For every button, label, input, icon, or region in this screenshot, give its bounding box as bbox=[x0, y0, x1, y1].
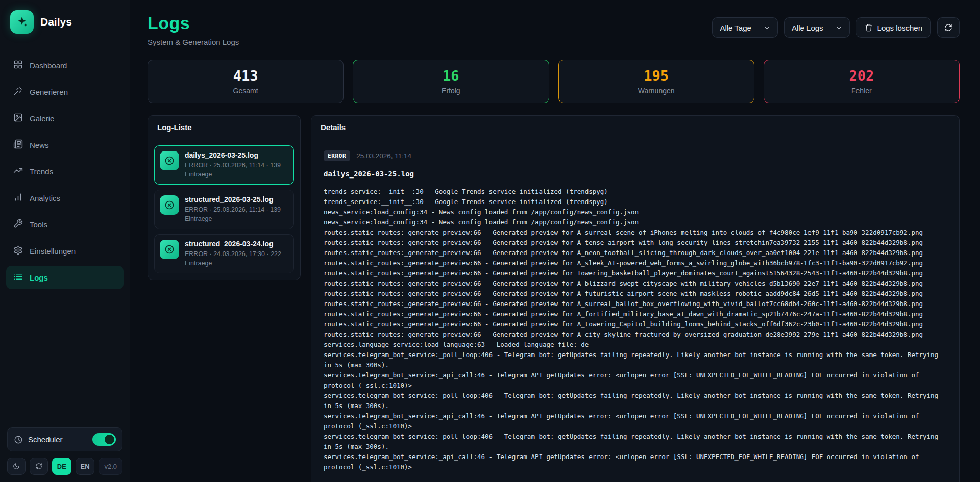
page-title: Logs bbox=[148, 13, 239, 33]
chevron-down-icon bbox=[764, 24, 770, 31]
details-timestamp: 25.03.2026, 11:14 bbox=[356, 152, 411, 160]
sidebar-footer: Scheduler DE EN v2.0 bbox=[0, 420, 130, 482]
stats-row: 413 Gesamt 16 Erfolg 195 Warnungen 202 F… bbox=[148, 60, 960, 103]
days-filter-select[interactable]: Alle Tage bbox=[712, 17, 777, 38]
delete-logs-button[interactable]: Logs löschen bbox=[856, 17, 931, 38]
stat-card-fehler: 202 Fehler bbox=[764, 60, 960, 103]
sidebar-item-label: Generieren bbox=[30, 88, 68, 96]
sidebar-item-generieren[interactable]: Generieren bbox=[6, 80, 124, 104]
stat-value: 413 bbox=[153, 68, 338, 84]
gallery-icon bbox=[13, 113, 23, 124]
app-root: Dailys Dashboard Generieren Galerie bbox=[0, 0, 980, 482]
sidebar-item-galerie[interactable]: Galerie bbox=[6, 107, 124, 130]
stat-value: 195 bbox=[564, 68, 749, 84]
log-list-item-structured-2026-03-24[interactable]: structured_2026-03-24.log ERROR · 24.03.… bbox=[154, 234, 294, 273]
log-line: news_service:load_config:34 - News confi… bbox=[324, 217, 947, 227]
sidebar-item-trends[interactable]: Trends bbox=[6, 160, 124, 183]
stat-card-warnungen: 195 Warnungen bbox=[558, 60, 754, 103]
app-title: Dailys bbox=[40, 16, 72, 28]
version-badge: v2.0 bbox=[99, 458, 122, 475]
header-controls: Alle Tage Alle Logs Logs löschen bbox=[712, 17, 960, 38]
log-line: routes.static_routes:_generate_preview:6… bbox=[324, 248, 947, 258]
log-line: routes.static_routes:_generate_preview:6… bbox=[324, 227, 947, 238]
sidebar-item-tools[interactable]: Tools bbox=[6, 213, 124, 236]
log-line: trends_service:__init__:30 - Google Tren… bbox=[324, 187, 947, 197]
log-list-title: Log-Liste bbox=[148, 116, 300, 139]
sidebar-item-label: Analytics bbox=[30, 194, 60, 202]
log-line: services.telegram_bot_service:_api_call:… bbox=[324, 452, 947, 472]
sidebar-item-label: Dashboard bbox=[30, 61, 67, 70]
logs-filter-select[interactable]: Alle Logs bbox=[784, 17, 850, 38]
log-line: services.telegram_bot_service:_poll_loop… bbox=[324, 391, 947, 411]
refresh-icon bbox=[35, 462, 42, 470]
log-line: routes.static_routes:_generate_preview:6… bbox=[324, 278, 947, 289]
trends-icon bbox=[13, 166, 23, 177]
sidebar-item-logs[interactable]: Logs bbox=[6, 266, 124, 289]
sidebar-item-label: Tools bbox=[30, 220, 47, 229]
brand: Dailys bbox=[0, 0, 130, 44]
content-row: Log-Liste dailys_2026-03-25.log ERROR · … bbox=[148, 115, 960, 482]
days-filter-value: Alle Tage bbox=[720, 23, 751, 32]
log-line: trends_service:__init__:30 - Google Tren… bbox=[324, 197, 947, 207]
circle-x-icon bbox=[160, 240, 179, 259]
sidebar-item-dashboard[interactable]: Dashboard bbox=[6, 54, 124, 77]
stat-value: 16 bbox=[358, 68, 543, 84]
circle-x-icon bbox=[160, 151, 179, 170]
details-title: Details bbox=[311, 116, 959, 139]
lang-en-button[interactable]: EN bbox=[76, 458, 95, 475]
dashboard-icon bbox=[13, 60, 23, 71]
refresh-icon bbox=[944, 23, 952, 32]
log-file-name: structured_2026-03-24.log bbox=[185, 240, 288, 248]
log-list-item-structured-2026-03-25[interactable]: structured_2026-03-25.log ERROR · 25.03.… bbox=[154, 190, 294, 229]
tools-icon bbox=[13, 219, 23, 230]
log-line: services.telegram_bot_service:_api_call:… bbox=[324, 370, 947, 391]
logs-filter-value: Alle Logs bbox=[792, 23, 823, 32]
details-body: ERROR 25.03.2026, 11:14 dailys_2026-03-2… bbox=[311, 139, 959, 482]
log-line: routes.static_routes:_generate_preview:6… bbox=[324, 238, 947, 248]
scheduler-toggle[interactable] bbox=[92, 433, 116, 446]
stat-value: 202 bbox=[769, 68, 954, 84]
toggle-knob bbox=[105, 435, 114, 444]
sidebar-quick-actions: DE EN v2.0 bbox=[7, 458, 122, 475]
log-line: services.telegram_bot_service:_api_call:… bbox=[324, 411, 947, 432]
log-line: news_service:load_config:34 - News confi… bbox=[324, 207, 947, 217]
sidebar-item-news[interactable]: News bbox=[6, 133, 124, 157]
refresh-logs-button[interactable] bbox=[937, 17, 960, 38]
log-file-meta: ERROR · 25.03.2026, 11:14 · 139 Eintraeg… bbox=[185, 161, 288, 179]
wand-icon bbox=[13, 86, 23, 97]
log-file-name: structured_2026-03-25.log bbox=[185, 195, 288, 204]
sidebar-item-label: News bbox=[30, 141, 49, 149]
clock-icon bbox=[14, 435, 23, 444]
stat-label: Warnungen bbox=[564, 87, 749, 95]
theme-toggle-button[interactable] bbox=[7, 458, 26, 475]
page-subtitle: System & Generation Logs bbox=[148, 38, 239, 46]
log-list-panel: Log-Liste dailys_2026-03-25.log ERROR · … bbox=[148, 115, 301, 280]
log-line: services.language_service:load_language:… bbox=[324, 340, 947, 350]
log-file-meta: ERROR · 24.03.2026, 17:30 · 222 Eintraeg… bbox=[185, 250, 288, 268]
log-list-item-dailys-2026-03-25[interactable]: dailys_2026-03-25.log ERROR · 25.03.2026… bbox=[154, 145, 294, 185]
analytics-icon bbox=[13, 192, 23, 204]
main-content: Logs System & Generation Logs Alle Tage … bbox=[130, 0, 980, 482]
log-details-panel: Details ERROR 25.03.2026, 11:14 dailys_2… bbox=[311, 115, 960, 482]
log-item-text: structured_2026-03-24.log ERROR · 24.03.… bbox=[185, 240, 288, 268]
stat-label: Erfolg bbox=[358, 87, 543, 95]
log-file-meta: ERROR · 25.03.2026, 11:14 · 139 Eintraeg… bbox=[185, 206, 288, 223]
scheduler-label: Scheduler bbox=[28, 435, 63, 444]
log-line: routes.static_routes:_generate_preview:6… bbox=[324, 268, 947, 278]
delete-logs-label: Logs löschen bbox=[877, 23, 922, 32]
details-filename: dailys_2026-03-25.log bbox=[324, 170, 947, 178]
sidebar-item-analytics[interactable]: Analytics bbox=[6, 186, 124, 210]
moon-icon bbox=[13, 462, 20, 470]
chevron-down-icon bbox=[836, 24, 842, 31]
log-line: routes.static_routes:_generate_preview:6… bbox=[324, 258, 947, 268]
sidebar-nav: Dashboard Generieren Galerie News bbox=[0, 44, 130, 298]
scheduler-row: Scheduler bbox=[7, 427, 122, 451]
refresh-app-button[interactable] bbox=[30, 458, 48, 475]
sidebar-item-label: Galerie bbox=[30, 114, 54, 123]
sidebar-item-einstellungen[interactable]: Einstellungen bbox=[6, 239, 124, 263]
news-icon bbox=[13, 139, 23, 150]
lang-de-button[interactable]: DE bbox=[52, 458, 71, 475]
log-items: dailys_2026-03-25.log ERROR · 25.03.2026… bbox=[148, 139, 300, 280]
circle-x-icon bbox=[160, 195, 179, 215]
error-badge: ERROR bbox=[324, 150, 350, 161]
